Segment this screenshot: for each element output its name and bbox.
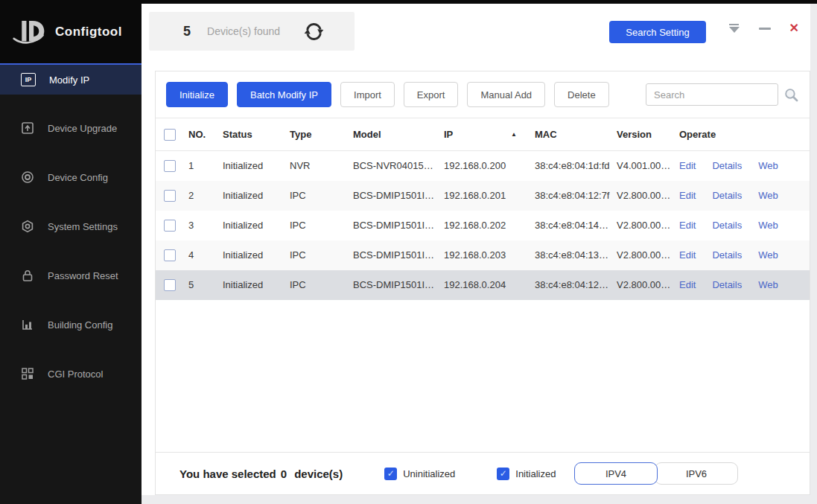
table-row[interactable]: 2 Initialized IPC BCS-DMIP1501IR-... 192… [156,181,810,211]
device-found-bar: 5 Device(s) found [149,12,355,51]
lock-icon [21,269,34,282]
sidebar-item-password-reset[interactable]: Password Reset [0,260,142,291]
column-header-no: NO. [182,118,217,151]
sidebar-item-modify-ip[interactable]: IP Modify IP [0,63,142,95]
web-link[interactable]: Web [758,249,778,261]
edit-link[interactable]: Edit [679,279,696,290]
details-link[interactable]: Details [712,160,742,171]
configtool-window: Configtool IP Modify IP Device Upgrade D… [0,0,817,504]
main-area: 5 Device(s) found Search Setting ✕ [142,0,817,504]
sidebar-item-cgi-protocol[interactable]: CGI Protocol [0,358,142,389]
column-header-model: Model [347,118,438,151]
toolbar: Initialize Batch Modify IP Import Export… [156,71,810,118]
column-header-mac: MAC [529,118,611,151]
selected-count: 0 [281,468,287,480]
minimize-icon[interactable] [759,28,771,30]
column-header-status: Status [217,118,284,151]
search-setting-button[interactable]: Search Setting [609,21,706,43]
table-header-row: NO. Status Type Model IP ▲ MAC Version O [156,118,810,151]
select-all-checkbox[interactable] [164,129,176,141]
column-header-type: Type [284,118,347,151]
edit-link[interactable]: Edit [679,160,696,171]
web-link[interactable]: Web [758,190,778,201]
web-link[interactable]: Web [758,220,778,231]
footer-bar: You have selected0device(s) ✓ Uninitiali… [156,452,810,494]
initialized-checkbox[interactable]: ✓ [497,468,509,480]
column-header-operate: Operate [673,118,810,151]
manual-add-button[interactable]: Manual Add [467,82,545,107]
edit-link[interactable]: Edit [679,249,696,261]
details-link[interactable]: Details [712,190,742,201]
web-link[interactable]: Web [758,279,778,290]
edit-link[interactable]: Edit [679,220,696,231]
search-input[interactable] [646,83,778,106]
details-link[interactable]: Details [712,220,742,231]
brand-logo: Configtool [0,0,142,63]
brand-d-logo-icon [12,17,46,47]
sidebar-item-system-settings[interactable]: System Settings [0,211,142,242]
filter-initialized[interactable]: ✓ Initialized [497,468,556,480]
sidebar-item-device-upgrade[interactable]: Device Upgrade [0,112,142,144]
device-count: 5 [183,24,191,39]
gear-icon [21,220,34,233]
export-button[interactable]: Export [404,82,459,107]
bottom-gutter [142,495,817,504]
ipv4-button[interactable]: IPV4 [574,462,658,485]
ip-version-toggle: IPV4 IPV6 [574,462,738,485]
window-top-strip [142,0,817,4]
table-row[interactable]: 5 Initialized IPC BCS-DMIP1501IR-... 192… [156,270,810,300]
sidebar-item-label: System Settings [48,221,118,232]
ipv6-button[interactable]: IPV6 [655,462,738,485]
row-checkbox[interactable] [164,249,176,261]
sidebar-item-label: Device Config [48,172,108,183]
sidebar-item-label: Password Reset [48,270,118,281]
uninitialized-label: Uninitialized [403,468,455,479]
sidebar-item-building-config[interactable]: Building Config [0,309,142,340]
table-row[interactable]: 3 Initialized IPC BCS-DMIP1501IR-... 192… [156,211,810,240]
sidebar-item-label: Device Upgrade [48,123,117,134]
sidebar-item-label: CGI Protocol [48,369,103,380]
search-button[interactable] [783,87,799,103]
sort-asc-arrow[interactable]: ▲ [511,131,517,138]
delete-button[interactable]: Delete [554,82,609,107]
row-checkbox[interactable] [164,279,176,291]
row-checkbox[interactable] [164,160,176,172]
column-header-version: Version [611,118,673,151]
initialize-button[interactable]: Initialize [166,82,228,107]
collapse-filter-icon[interactable] [728,24,740,34]
device-table: NO. Status Type Model IP ▲ MAC Version O [156,118,810,300]
selection-summary: You have selected0device(s) [179,468,343,480]
right-gutter [810,4,817,504]
web-link[interactable]: Web [758,160,778,171]
sidebar-menu: IP Modify IP Device Upgrade Device Confi… [0,63,142,389]
sidebar-item-device-config[interactable]: Device Config [0,162,142,193]
refresh-icon [304,22,324,42]
table-row[interactable]: 4 Initialized IPC BCS-DMIP1501IR-... 192… [156,240,810,270]
table-row[interactable]: 1 Initialized NVR BCS-NVR04015ME-II 192.… [156,151,810,181]
magnifier-icon [783,87,799,103]
sidebar-item-label: Building Config [48,319,112,331]
window-controls: ✕ [728,22,799,34]
ip-badge-icon: IP [21,73,36,86]
row-checkbox[interactable] [164,190,176,202]
uninitialized-checkbox[interactable]: ✓ [384,468,397,480]
row-checkbox[interactable] [164,220,176,232]
batch-modify-ip-button[interactable]: Batch Modify IP [237,82,331,107]
filter-uninitialized[interactable]: ✓ Uninitialized [384,468,455,480]
device-count-label: Device(s) found [207,25,280,37]
upload-box-icon [21,121,34,135]
details-link[interactable]: Details [712,279,742,290]
column-header-ip[interactable]: IP ▲ [438,118,529,151]
details-link[interactable]: Details [712,249,742,261]
close-icon[interactable]: ✕ [789,22,799,34]
sidebar: Configtool IP Modify IP Device Upgrade D… [0,0,142,504]
refresh-button[interactable] [304,22,324,42]
edit-link[interactable]: Edit [679,190,696,201]
bar-chart-icon [21,318,34,331]
target-icon [21,170,34,184]
device-panel: Initialize Batch Modify IP Import Export… [155,71,810,495]
sidebar-item-label: Modify IP [49,74,89,86]
import-button[interactable]: Import [340,82,395,107]
initialized-label: Initialized [515,468,556,479]
table-empty-area [156,300,810,453]
